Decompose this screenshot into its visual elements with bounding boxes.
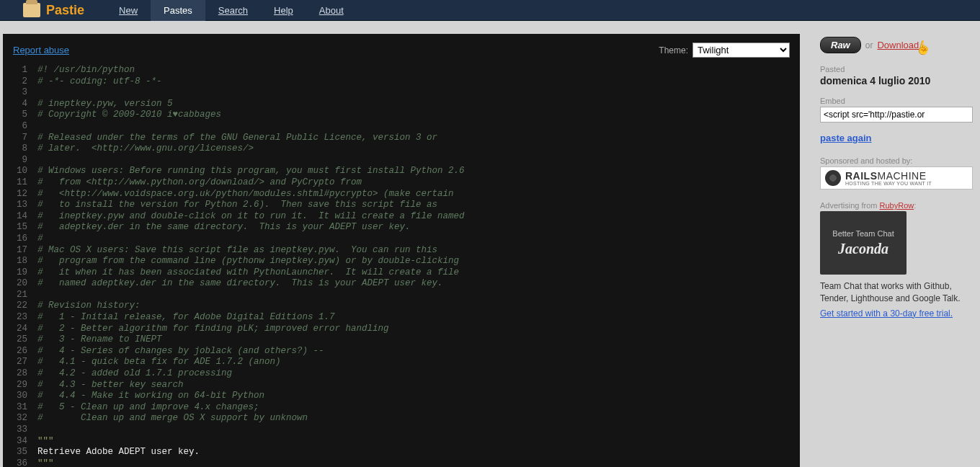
theme-selector: Theme: Twilight xyxy=(659,43,790,58)
code-line: 4# ineptkey.pyw, version 5 xyxy=(13,99,790,110)
line-number: 29 xyxy=(13,380,37,391)
nav-new[interactable]: New xyxy=(106,0,151,21)
report-abuse-link[interactable]: Report abuse xyxy=(13,45,69,55)
code-line: 24# 2 - Better algorithm for finding pLK… xyxy=(13,324,790,335)
code-line: 31# 5 - Clean up and improve 4.x changes… xyxy=(13,402,790,414)
code-line: 26# 4 - Series of changes by joblack (an… xyxy=(13,346,790,357)
code-block: 1#! /usr/bin/python2# -*- coding: utf-8 … xyxy=(13,65,790,467)
line-number: 18 xyxy=(13,256,37,267)
code-text: # it when it has been associated with Py… xyxy=(37,267,459,279)
code-line: 3 xyxy=(13,87,790,99)
code-text: # xyxy=(37,234,43,245)
code-text: # Copyright © 2009-2010 i♥cabbages xyxy=(37,110,221,121)
clipboard-icon xyxy=(23,3,40,17)
code-line: 35Retrieve Adobe ADEPT user key. xyxy=(13,447,790,458)
code-line: 28# 4.2 - added old 1.7.1 processing xyxy=(13,368,790,380)
code-line: 23# 1 - Initial release, for Adobe Digit… xyxy=(13,312,790,324)
line-number: 13 xyxy=(13,200,37,211)
code-line: 8# later. <http://www.gnu.org/licenses/> xyxy=(13,143,790,155)
line-number: 6 xyxy=(13,121,37,133)
line-number: 23 xyxy=(13,312,37,324)
code-line: 29# 4.3 - better key search xyxy=(13,380,790,391)
code-line: 5# Copyright © 2009-2010 i♥cabbages xyxy=(13,110,790,121)
code-text: # -*- coding: utf-8 -*- xyxy=(37,76,162,88)
code-line: 10# Windows users: Before running this p… xyxy=(13,166,790,177)
code-text: # <http://www.voidspace.org.uk/python/mo… xyxy=(37,189,454,200)
code-line: 19# it when it has been associated with … xyxy=(13,267,790,279)
code-text: # later. <http://www.gnu.org/licenses/> xyxy=(37,143,254,155)
code-line: 30# 4.4 - Make it working on 64-bit Pyth… xyxy=(13,391,790,402)
code-text: # program from the command line (pythonw… xyxy=(37,256,459,267)
code-text: # adeptkey.der in the same directory. Th… xyxy=(37,222,411,234)
code-text: # 4.4 - Make it working on 64-bit Python xyxy=(37,391,264,402)
code-text: #! /usr/bin/python xyxy=(37,65,135,76)
nav-help[interactable]: Help xyxy=(261,0,306,21)
line-number: 24 xyxy=(13,324,37,335)
pointer-cursor-icon xyxy=(917,38,929,53)
or-text: or xyxy=(865,40,873,50)
sponsor-box[interactable]: RAILSMACHINE HOSTING THE WAY YOU WANT IT xyxy=(820,166,973,190)
code-line: 22# Revision history: xyxy=(13,301,790,312)
pasted-label: Pasted xyxy=(820,65,973,74)
code-text: # 4 - Series of changes by joblack (and … xyxy=(37,346,324,357)
line-number: 26 xyxy=(13,346,37,357)
line-number: 36 xyxy=(13,458,37,467)
code-line: 11# from <http://www.python.org/download… xyxy=(13,177,790,189)
rubyrow-link[interactable]: RubyRow xyxy=(880,201,914,210)
topbar: Pastie New Pastes Search Help About xyxy=(0,0,980,21)
gear-icon xyxy=(825,170,841,186)
code-line: 1#! /usr/bin/python xyxy=(13,65,790,76)
paste-again-link[interactable]: paste again xyxy=(820,133,872,143)
theme-label: Theme: xyxy=(659,45,688,55)
code-line: 2# -*- coding: utf-8 -*- xyxy=(13,76,790,88)
code-line: 7# Released under the terms of the GNU G… xyxy=(13,133,790,144)
line-number: 32 xyxy=(13,413,37,424)
code-line: 32# Clean up and merge OS X support by u… xyxy=(13,413,790,424)
line-number: 22 xyxy=(13,301,37,312)
ad-banner[interactable]: Better Team Chat Jaconda xyxy=(820,211,906,275)
code-text: # Released under the terms of the GNU Ge… xyxy=(37,133,437,144)
line-number: 11 xyxy=(13,177,37,189)
code-text: # named adeptkey.der in the same directo… xyxy=(37,278,443,290)
line-number: 10 xyxy=(13,166,37,177)
code-text: # 3 - Rename to INEPT xyxy=(37,334,162,346)
theme-select[interactable]: Twilight xyxy=(692,43,790,58)
nav-search[interactable]: Search xyxy=(205,0,261,21)
line-number: 12 xyxy=(13,189,37,200)
line-number: 27 xyxy=(13,357,37,368)
ad-cta-link[interactable]: Get started with a 30-day free trial. xyxy=(820,308,953,319)
nav-pastes[interactable]: Pastes xyxy=(151,0,205,21)
logo[interactable]: Pastie xyxy=(23,3,84,18)
line-number: 1 xyxy=(13,65,37,76)
line-number: 21 xyxy=(13,290,37,301)
line-number: 17 xyxy=(13,245,37,257)
code-line: 21 xyxy=(13,290,790,301)
code-text: """ xyxy=(37,458,54,467)
line-number: 19 xyxy=(13,267,37,279)
code-pane: Report abuse Theme: Twilight 1#! /usr/bi… xyxy=(3,34,800,467)
line-number: 5 xyxy=(13,110,37,121)
line-number: 30 xyxy=(13,391,37,402)
nav-about[interactable]: About xyxy=(306,0,357,21)
sponsor-tagline: HOSTING THE WAY YOU WANT IT xyxy=(845,181,932,186)
raw-button[interactable]: Raw xyxy=(820,37,861,53)
code-text: # from <http://www.python.org/download/>… xyxy=(37,177,362,189)
code-line: 34""" xyxy=(13,436,790,448)
code-text: # ineptkey.pyw and double-click on it to… xyxy=(37,211,465,223)
sponsor-bold: RAILS xyxy=(845,170,878,182)
code-text: Retrieve Adobe ADEPT user key. xyxy=(37,447,200,458)
embed-input[interactable] xyxy=(820,107,973,123)
main-nav: New Pastes Search Help About xyxy=(106,0,357,21)
download-link[interactable]: Download xyxy=(877,40,919,50)
code-text: # 1 - Initial release, for Adobe Digital… xyxy=(37,312,335,324)
code-line: 9 xyxy=(13,155,790,166)
ad-label-pre: Advertising from xyxy=(820,201,880,210)
code-text: # 2 - Better algorithm for finding pLK; … xyxy=(37,324,389,335)
code-line: 16# xyxy=(13,234,790,245)
code-line: 18# program from the command line (pytho… xyxy=(13,256,790,267)
code-text: """ xyxy=(37,436,54,448)
code-text: # 4.2 - added old 1.7.1 processing xyxy=(37,368,232,380)
code-line: 6 xyxy=(13,121,790,133)
line-number: 31 xyxy=(13,402,37,414)
code-line: 20# named adeptkey.der in the same direc… xyxy=(13,278,790,290)
